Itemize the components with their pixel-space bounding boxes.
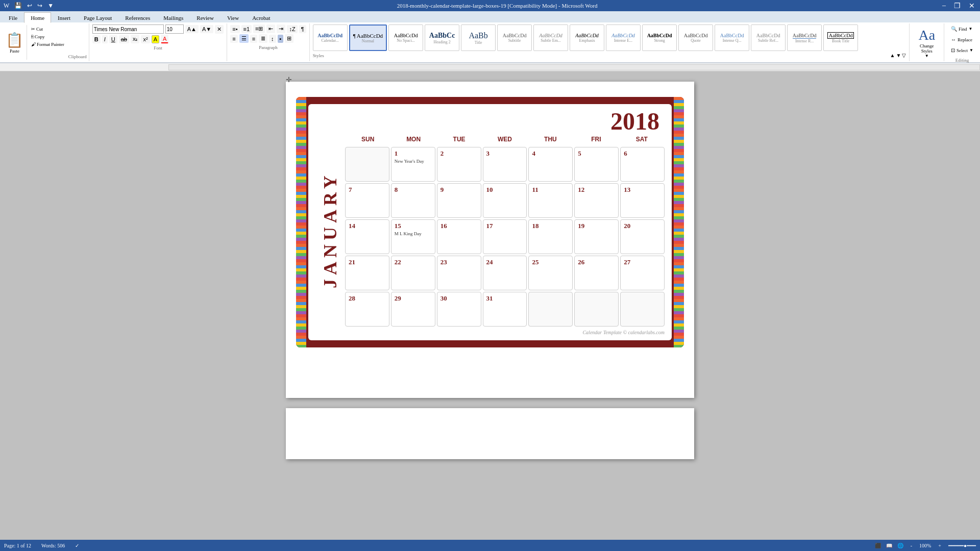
font-label: Font xyxy=(92,45,224,51)
move-handle[interactable]: ✛ xyxy=(286,76,292,84)
restore-button[interactable]: ❐ xyxy=(951,2,964,10)
sort-button[interactable]: ↕Z xyxy=(287,25,297,33)
align-left-button[interactable]: ≡ xyxy=(230,35,237,43)
format-painter-button[interactable]: 🖌 Format Painter xyxy=(29,41,66,48)
line-spacing-button[interactable]: ↕ xyxy=(269,35,276,43)
day-number: 14 xyxy=(349,222,355,230)
style-calendar[interactable]: AaBbCcDd Calendar... xyxy=(313,24,348,51)
font-grow-button[interactable]: A▲ xyxy=(185,25,199,33)
style-intense-emphasis[interactable]: AaBbCcDd Intense E... xyxy=(606,24,641,51)
change-styles-group: Aa ChangeStyles ▼ xyxy=(910,23,944,61)
clear-formatting-button[interactable]: ✕ xyxy=(215,25,224,34)
styles-scroll-up[interactable]: ▲ xyxy=(890,53,895,58)
tab-file[interactable]: File xyxy=(2,12,24,22)
layout-web-button[interactable]: 🌐 xyxy=(897,543,903,548)
style-subtle-emphasis[interactable]: AaBbCcDd Subtle Em... xyxy=(533,24,568,51)
font-shrink-button[interactable]: A▼ xyxy=(200,25,213,33)
day-note: New Year's Day xyxy=(395,159,432,164)
cut-button[interactable]: ✂ Cut xyxy=(29,26,66,33)
style-book-title[interactable]: AaBbCcDd Book Title xyxy=(823,24,858,51)
editing-group: 🔍 Find ▼ ↔ Replace ⊡ Select ▼ Editing xyxy=(944,23,980,61)
style-subtle-ref[interactable]: AaBbCcDd Subtle Ref... xyxy=(751,24,786,51)
calendar-header: SUN MON TUE WED THU FRI SAT xyxy=(345,134,665,145)
tab-acrobat[interactable]: Acrobat xyxy=(246,12,277,22)
font-name-input[interactable] xyxy=(92,24,164,34)
styles-scroll-down[interactable]: ▼ xyxy=(896,53,901,58)
copy-button[interactable]: ⎘ Copy xyxy=(29,33,66,40)
tab-page-layout[interactable]: Page Layout xyxy=(77,12,118,22)
borders-button[interactable]: ⊞ xyxy=(285,34,293,43)
style-intense-quote[interactable]: AaBbCcDd Intense Q... xyxy=(715,24,749,51)
change-styles-dropdown[interactable]: ▼ xyxy=(925,54,929,58)
show-hide-button[interactable]: ¶ xyxy=(299,25,306,33)
select-icon: ⊡ xyxy=(951,47,955,53)
undo-button[interactable]: ↩ xyxy=(26,2,34,10)
tab-insert[interactable]: Insert xyxy=(51,12,77,22)
cal-day-16: 16 xyxy=(437,219,481,254)
bold-button[interactable]: B xyxy=(92,35,101,43)
day-number: 21 xyxy=(349,258,355,266)
paste-button[interactable]: 📋 Paste xyxy=(2,24,27,60)
align-right-button[interactable]: ≡ xyxy=(250,35,257,43)
numbering-button[interactable]: ≡1 xyxy=(241,25,252,33)
minimize-button[interactable]: – xyxy=(939,2,949,10)
tab-references[interactable]: References xyxy=(118,12,157,22)
cal-day-22: 22 xyxy=(391,256,435,290)
select-button[interactable]: ⊡ Select ▼ xyxy=(948,46,976,55)
ruler-bar xyxy=(168,64,980,70)
font-group: A▲ A▼ ✕ B I U ab x₂ x² A A Font xyxy=(89,23,227,61)
style-emphasis[interactable]: AaBbCcDd Emphasis xyxy=(570,24,604,51)
day-number: 9 xyxy=(440,186,444,193)
save-qat-button[interactable]: 💾 xyxy=(13,2,23,10)
word-count: Words: 506 xyxy=(41,543,65,548)
day-number: 16 xyxy=(440,222,447,230)
justify-button[interactable]: ≣ xyxy=(259,34,267,43)
underline-button[interactable]: U xyxy=(109,35,117,43)
bullets-button[interactable]: ≡• xyxy=(230,25,239,33)
zoom-in-button[interactable]: + xyxy=(936,543,943,548)
cal-day-0 xyxy=(345,147,389,182)
cal-day-26: 26 xyxy=(574,256,619,290)
font-size-input[interactable] xyxy=(165,24,184,34)
text-highlight-button[interactable]: A xyxy=(152,35,159,43)
superscript-button[interactable]: x² xyxy=(141,35,150,43)
tab-home[interactable]: Home xyxy=(24,12,51,23)
increase-indent-button[interactable]: ⇥ xyxy=(277,24,285,33)
styles-expand[interactable]: ▽ xyxy=(902,53,906,58)
style-title[interactable]: AaBb Title xyxy=(461,24,496,51)
layout-reading-button[interactable]: 📖 xyxy=(886,543,892,548)
close-button[interactable]: ✕ xyxy=(966,2,978,10)
style-quote[interactable]: AaBbCcDd Quote xyxy=(678,24,713,51)
style-intense-ref[interactable]: AaBbCcDd Intense R... xyxy=(787,24,822,51)
zoom-out-button[interactable]: - xyxy=(909,543,914,548)
style-subtitle[interactable]: AaBbCcDd Subtitle xyxy=(497,24,532,51)
italic-button[interactable]: I xyxy=(102,35,108,43)
cal-day-33 xyxy=(574,292,619,327)
strikethrough-button[interactable]: ab xyxy=(119,35,129,43)
style-heading2[interactable]: AaBbCc Heading 2 xyxy=(425,24,459,51)
layout-print-button[interactable]: ⬛ xyxy=(875,543,881,548)
style-strong[interactable]: AaBbCcDd Strong xyxy=(642,24,677,51)
decrease-indent-button[interactable]: ⇤ xyxy=(266,24,275,33)
style-no-spacing[interactable]: AaBbCcDd No Spaci... xyxy=(388,24,423,51)
subscript-button[interactable]: x₂ xyxy=(131,35,140,43)
align-center-button[interactable]: ☰ xyxy=(239,34,249,43)
redo-button[interactable]: ↪ xyxy=(36,2,44,10)
tab-view[interactable]: View xyxy=(220,12,246,22)
tab-review[interactable]: Review xyxy=(190,12,220,22)
cal-day-1: 1New Year's Day xyxy=(391,147,435,182)
replace-icon: ↔ xyxy=(951,37,956,42)
style-normal[interactable]: ¶ AaBbCcDd Normal xyxy=(349,24,387,51)
replace-button[interactable]: ↔ Replace xyxy=(948,35,976,44)
find-button[interactable]: 🔍 Find ▼ xyxy=(948,24,976,33)
document-area[interactable]: ✛ 2018 JANUARY SUN MON TUE WED THU FRI xyxy=(0,71,980,543)
change-styles-button[interactable]: Aa ChangeStyles ▼ xyxy=(914,24,940,61)
multilevel-button[interactable]: ≡⊞ xyxy=(253,24,265,33)
shading-button[interactable]: ▪ xyxy=(278,35,284,43)
window-title: 2018-monthly-calendar-template-large-box… xyxy=(57,3,937,9)
day-number: 27 xyxy=(624,258,630,266)
font-color-button[interactable]: A xyxy=(161,35,168,43)
customize-qat-button[interactable]: ▼ xyxy=(46,2,55,10)
tab-mailings[interactable]: Mailings xyxy=(157,12,190,22)
zoom-slider[interactable]: ━━━━━●━━━ xyxy=(948,543,976,548)
